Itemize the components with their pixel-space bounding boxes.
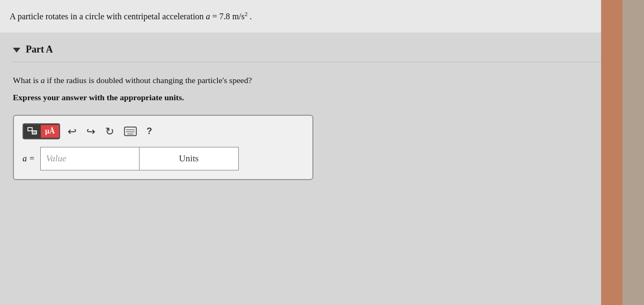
right-sidebar — [601, 0, 623, 305]
fraction-icon[interactable] — [24, 124, 41, 138]
question-pre: What is — [13, 76, 39, 85]
problem-equals: = 7.8 — [213, 12, 230, 21]
express-instruction: Express your answer with the appropriate… — [13, 91, 610, 103]
problem-units-given: m/s2 — [232, 12, 248, 21]
problem-period: . — [250, 12, 252, 21]
svg-rect-0 — [28, 128, 32, 131]
part-header: Part A — [13, 44, 610, 62]
undo-button[interactable]: ↩ — [65, 124, 79, 139]
part-label: Part A — [26, 44, 53, 55]
input-row: a = Value Units — [23, 147, 304, 170]
question-post: if the radius is doubled without changin… — [47, 76, 252, 85]
redo-button[interactable]: ↪ — [84, 124, 98, 139]
main-panel: A particle rotates in a circle with cent… — [0, 0, 623, 305]
reset-button[interactable]: ↻ — [103, 124, 116, 139]
svg-rect-2 — [125, 127, 136, 136]
mu-button[interactable]: μÅ — [41, 125, 59, 138]
question-variable: a — [41, 76, 45, 85]
answer-toolbar: μÅ ↩ ↪ ↻ ? — [23, 123, 304, 139]
fraction-svg — [27, 127, 38, 136]
keyboard-icon — [124, 127, 137, 136]
problem-header: A particle rotates in a circle with cent… — [0, 0, 623, 33]
svg-rect-1 — [32, 131, 36, 134]
problem-body: Part A What is a if the radius is double… — [0, 33, 623, 192]
problem-statement: A particle rotates in a circle with cent… — [10, 12, 204, 21]
answer-box: μÅ ↩ ↪ ↻ ? — [13, 115, 313, 180]
units-input[interactable]: Units — [140, 147, 239, 170]
keyboard-button[interactable] — [122, 125, 139, 137]
equals-label: a = — [23, 147, 35, 170]
collapse-icon[interactable] — [13, 48, 20, 53]
question-text: What is a if the radius is doubled witho… — [13, 74, 610, 87]
problem-variable: a — [206, 12, 213, 21]
help-button[interactable]: ? — [144, 125, 154, 138]
value-input[interactable]: Value — [40, 147, 140, 170]
format-button-group[interactable]: μÅ — [23, 123, 60, 139]
